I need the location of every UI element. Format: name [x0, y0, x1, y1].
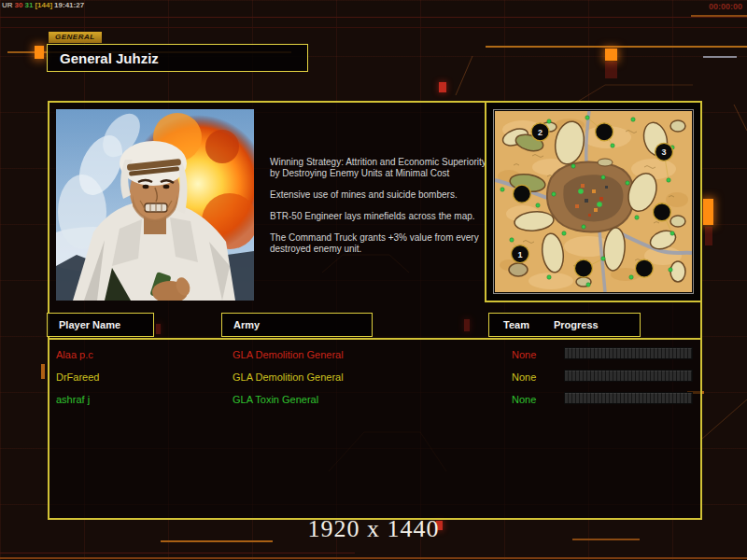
map-start-marker — [513, 185, 530, 203]
player-list-panel: Alaa p.c GLA Demolition General None DrF… — [49, 338, 700, 518]
map-start-marker: 1 — [512, 245, 529, 263]
general-tab-label: GENERAL — [49, 32, 102, 43]
player-row: DrFareed GLA Demolition General None — [49, 366, 700, 388]
column-header-label: Team — [503, 319, 529, 330]
netstats-value-1: 30 — [15, 1, 23, 9]
column-header-label: Progress — [554, 319, 599, 330]
network-stats-overlay: UR3031[144]19:41:27 — [2, 1, 86, 9]
match-timer: 00:00:00 — [709, 2, 742, 11]
bg-line — [0, 27, 747, 28]
loadscreen-panel: Winning Strategy: Attrition and Economic… — [48, 101, 702, 520]
briefing-paragraph: Winning Strategy: Attrition and Economic… — [270, 157, 492, 179]
briefing-paragraph: The Command Truck grants +3% value from … — [270, 232, 492, 255]
general-name: General Juhziz — [60, 50, 159, 66]
player-team: None — [512, 371, 536, 383]
netstats-clock: 19:41:27 — [54, 1, 84, 9]
netstats-label: UR — [2, 1, 13, 9]
resolution-label: 1920 x 1440 — [0, 515, 747, 543]
player-progress-bar — [564, 392, 693, 404]
player-name: ashraf j — [56, 394, 90, 405]
column-header-team-progress: Team Progress — [488, 313, 641, 337]
player-name: DrFareed — [56, 371, 99, 383]
glow-square — [605, 49, 617, 61]
glow-square-fade — [705, 227, 712, 245]
red-square — [439, 82, 446, 92]
map-start-marker — [653, 203, 670, 221]
player-progress-bar — [564, 347, 693, 359]
map-preview-box: 231 — [485, 101, 702, 302]
general-portrait-image — [56, 109, 254, 301]
player-team: None — [512, 394, 536, 405]
player-row: Alaa p.c GLA Demolition General None — [49, 343, 700, 366]
glow-square-fade — [605, 62, 617, 78]
map-preview-image: 231 — [493, 109, 694, 294]
strategy-briefing: Winning Strategy: Attrition and Economic… — [270, 157, 492, 265]
map-start-marker — [635, 259, 653, 277]
map-start-marker: 2 — [531, 123, 549, 141]
bg-line — [41, 364, 45, 379]
general-title-box: General Juhziz — [47, 44, 308, 72]
column-header-player-name: Player Name — [47, 313, 154, 337]
player-row: ashraf j GLA Toxin General None — [49, 388, 700, 411]
column-header-label: Player Name — [59, 319, 120, 330]
svg-text:1: 1 — [518, 250, 523, 259]
map-start-marker — [596, 123, 613, 141]
map-start-marker — [574, 259, 592, 277]
column-header-army: Army — [221, 313, 373, 337]
glow-square — [35, 46, 44, 59]
svg-text:3: 3 — [662, 147, 667, 157]
player-team: None — [512, 349, 536, 360]
svg-text:2: 2 — [538, 128, 543, 137]
column-header-label: Army — [233, 319, 260, 330]
netstats-value-2: 31 — [24, 1, 33, 9]
briefing-paragraph: Extensive use of mines and suicide bombe… — [270, 189, 492, 201]
map-start-marker: 3 — [655, 143, 673, 161]
bg-line — [703, 56, 737, 58]
bg-line — [0, 17, 747, 18]
bg-line — [486, 46, 747, 48]
netstats-value-3: [144] — [35, 1, 52, 9]
bg-line — [0, 553, 355, 553]
bg-line — [691, 15, 747, 17]
glow-square — [703, 199, 713, 225]
bg-line — [0, 557, 747, 559]
player-army: GLA Demolition General — [233, 371, 344, 383]
briefing-paragraph: BTR-50 Engineer lays minefields across t… — [270, 211, 492, 222]
player-progress-bar — [564, 370, 693, 382]
player-army: GLA Demolition General — [233, 349, 344, 360]
player-army: GLA Toxin General — [233, 394, 318, 405]
player-name: Alaa p.c — [56, 349, 93, 360]
